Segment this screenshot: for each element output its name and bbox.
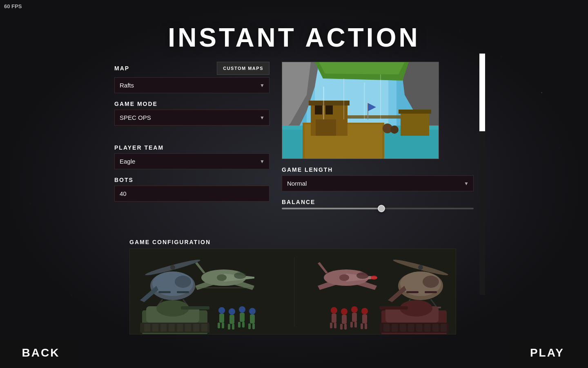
balance-slider-thumb[interactable] <box>378 205 385 212</box>
svg-rect-80 <box>201 324 207 332</box>
svg-rect-18 <box>399 110 431 114</box>
page-title: INSTANT ACTION <box>0 0 588 53</box>
svg-point-122 <box>361 308 368 314</box>
game-length-select-wrapper: Normal ▼ <box>282 175 474 191</box>
svg-point-118 <box>351 306 358 313</box>
svg-rect-82 <box>219 314 224 323</box>
svg-point-62 <box>418 265 423 270</box>
map-select[interactable]: Rafts <box>114 77 270 93</box>
game-mode-group: GAME MODE SPEC OPS ▼ <box>114 101 270 126</box>
svg-rect-67 <box>425 291 437 293</box>
svg-rect-119 <box>352 313 357 322</box>
svg-rect-24 <box>323 87 324 119</box>
svg-rect-17 <box>401 111 429 136</box>
map-preview <box>282 62 439 159</box>
svg-rect-15 <box>325 105 333 114</box>
svg-rect-16 <box>316 119 336 136</box>
svg-rect-120 <box>350 322 353 328</box>
game-mode-select[interactable]: SPEC OPS <box>114 110 270 126</box>
back-button[interactable]: BACK <box>0 337 82 368</box>
svg-rect-73 <box>144 324 150 332</box>
particle-2 <box>541 92 542 93</box>
svg-rect-106 <box>416 324 422 332</box>
svg-rect-94 <box>250 314 255 323</box>
svg-rect-21 <box>347 115 401 119</box>
svg-rect-108 <box>432 324 439 332</box>
balance-slider-wrapper <box>282 208 474 209</box>
svg-rect-79 <box>193 324 199 332</box>
game-mode-select-wrapper: SPEC OPS ▼ <box>114 110 270 126</box>
scrollbar-thumb[interactable] <box>479 54 485 131</box>
svg-rect-77 <box>177 324 183 332</box>
svg-point-32 <box>175 276 191 288</box>
svg-rect-100 <box>379 306 408 310</box>
balance-label: BALANCE <box>282 199 474 205</box>
svg-rect-90 <box>240 313 245 322</box>
svg-rect-39 <box>177 291 189 293</box>
game-length-label: GAME LENGTH <box>282 166 474 173</box>
svg-rect-71 <box>181 306 209 310</box>
svg-point-55 <box>371 276 377 280</box>
svg-rect-87 <box>228 324 230 330</box>
particle-3 <box>29 202 31 204</box>
game-length-select[interactable]: Normal <box>282 175 474 191</box>
right-panel: GAME LENGTH Normal ▼ BALANCE <box>282 62 474 209</box>
svg-rect-112 <box>330 323 332 328</box>
particle-1 <box>500 55 502 58</box>
player-team-group: PLAYER TEAM Eagle ▼ <box>114 144 270 169</box>
svg-rect-96 <box>252 323 255 329</box>
svg-rect-109 <box>441 324 447 332</box>
svg-rect-103 <box>392 324 398 332</box>
particle-5 <box>559 147 560 148</box>
svg-point-93 <box>249 308 256 314</box>
svg-rect-26 <box>364 83 365 119</box>
svg-rect-91 <box>238 322 241 328</box>
svg-rect-66 <box>406 291 419 293</box>
game-config-label: GAME CONFIGURATION <box>129 239 459 245</box>
svg-rect-27 <box>380 74 381 119</box>
game-config-svg <box>130 249 456 334</box>
svg-rect-38 <box>158 291 171 293</box>
svg-point-45 <box>234 272 246 279</box>
bots-input[interactable] <box>114 186 270 202</box>
svg-rect-111 <box>332 314 336 323</box>
svg-point-110 <box>331 307 337 314</box>
scrollbar-track <box>479 54 485 295</box>
svg-rect-117 <box>344 324 347 330</box>
map-select-wrapper: Rafts ▼ <box>114 77 270 93</box>
svg-point-85 <box>229 308 235 315</box>
bots-label: BOTS <box>114 177 270 183</box>
particle-6 <box>71 294 73 296</box>
left-panel: MAP CUSTOM MAPS Rafts ▼ GAME MODE SPEC O… <box>114 62 270 209</box>
svg-point-46 <box>217 274 227 281</box>
play-button[interactable]: PLAY <box>506 337 588 368</box>
game-length-group: GAME LENGTH Normal ▼ <box>282 166 474 191</box>
game-mode-label: GAME MODE <box>114 101 270 107</box>
svg-rect-88 <box>232 324 234 330</box>
svg-rect-125 <box>365 323 367 329</box>
svg-rect-123 <box>362 314 367 323</box>
player-team-select[interactable]: Eagle <box>114 153 270 169</box>
svg-rect-107 <box>424 324 430 332</box>
map-label: MAP <box>114 65 129 72</box>
svg-rect-102 <box>383 324 390 332</box>
svg-rect-113 <box>334 323 336 328</box>
game-config-canvas <box>129 249 456 334</box>
svg-rect-14 <box>315 105 322 114</box>
particle-4 <box>517 258 519 259</box>
custom-maps-button[interactable]: CUSTOM MAPS <box>217 62 270 75</box>
balance-slider-fill <box>282 208 381 209</box>
svg-rect-25 <box>343 79 344 119</box>
svg-point-34 <box>170 265 175 270</box>
svg-rect-121 <box>354 322 357 328</box>
svg-rect-83 <box>218 323 220 328</box>
svg-rect-105 <box>408 324 414 332</box>
svg-rect-84 <box>222 323 224 328</box>
svg-rect-124 <box>361 323 363 329</box>
player-team-select-wrapper: Eagle ▼ <box>114 153 270 169</box>
svg-rect-76 <box>169 324 175 332</box>
svg-point-60 <box>423 276 439 288</box>
balance-group: BALANCE <box>282 199 474 209</box>
svg-rect-74 <box>152 324 158 332</box>
map-preview-svg <box>282 62 439 159</box>
